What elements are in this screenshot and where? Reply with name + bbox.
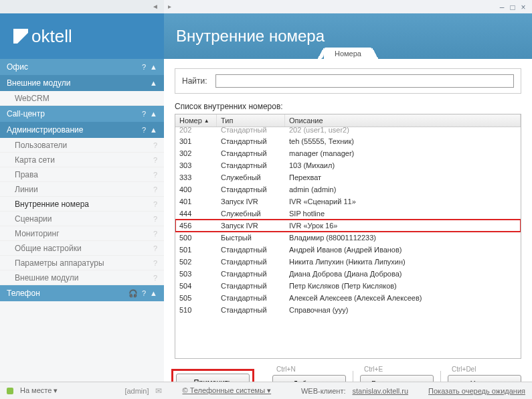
cell-number: 302: [175, 147, 217, 159]
web-client-link[interactable]: stanislav.oktell.ru: [352, 387, 408, 395]
nav-item[interactable]: Сценарии?: [0, 212, 164, 226]
window-maximize-icon[interactable]: □: [509, 4, 516, 11]
table-row[interactable]: 501СтандартныйАндрей Иванов (Андрей Иван…: [175, 244, 521, 256]
tab-numbers[interactable]: Номера: [324, 48, 372, 60]
cell-desc: Справочная (yyy): [285, 304, 521, 316]
sidebar: ◄ oktell Офис?▲Внешние модули▲WebCRMCall…: [0, 0, 164, 399]
cell-type: Быстрый: [217, 232, 285, 244]
cell-number: 444: [175, 208, 217, 220]
section-icon: ?: [142, 59, 146, 75]
col-type[interactable]: Тип: [217, 114, 285, 127]
mail-icon[interactable]: ✉: [155, 386, 162, 396]
table-row[interactable]: 500БыстрыйВладимир (88001112233): [175, 232, 521, 244]
nav-section[interactable]: Call-центр?▲: [0, 106, 164, 122]
cell-desc: admin (admin): [285, 183, 521, 195]
copyright-link[interactable]: © Телефонные системы ▾: [182, 386, 271, 395]
table-row[interactable]: 504СтандартныйПетр Кисляков (Петр Кисляк…: [175, 280, 521, 292]
nav-item[interactable]: Карта сети?: [0, 153, 164, 167]
search-input[interactable]: [215, 74, 514, 88]
section-icon: ▲: [150, 285, 157, 301]
cell-desc: Никита Липухин (Никита Липухин): [285, 256, 521, 268]
cell-type: Стандартный: [217, 159, 285, 171]
nav-item[interactable]: WebCRM: [0, 91, 164, 106]
search-row: Найти:: [175, 68, 521, 94]
navigation: Офис?▲Внешние модули▲WebCRMCall-центр?▲А…: [0, 59, 164, 399]
cell-number: 333: [175, 171, 217, 183]
col-number[interactable]: Номер ▲: [175, 114, 217, 127]
nav-item[interactable]: Линии?: [0, 182, 164, 197]
section-icon: ▲: [150, 106, 157, 122]
sidebar-collapse-icon[interactable]: ◄: [0, 0, 164, 13]
cell-type: Стандартный: [217, 244, 285, 256]
page-title: Внутренние номера: [176, 27, 325, 46]
show-queue-link[interactable]: Показать очередь ожидания: [428, 387, 525, 395]
cell-number: 500: [175, 232, 217, 244]
cell-type: Стандартный: [217, 127, 285, 135]
section-icon: 🎧: [128, 285, 138, 301]
table-row[interactable]: 400Стандартныйadmin (admin): [175, 183, 521, 195]
cell-number: 510: [175, 304, 217, 316]
window-close-icon[interactable]: ×: [520, 4, 527, 11]
add-hint: Ctrl+N: [272, 366, 346, 374]
section-icon: ?: [142, 122, 146, 138]
table-row[interactable]: 456Запуск IVRIVR «Урок 16»: [175, 220, 521, 232]
table-row[interactable]: 503СтандартныйДиана Доброва (Диана Добро…: [175, 268, 521, 280]
main-panel: ▸ Внутренние номера Номера Найти: Список…: [164, 0, 532, 399]
table-row[interactable]: 401Запуск IVRIVR «Сценарий 11»: [175, 195, 521, 208]
help-icon: ?: [153, 153, 157, 167]
cell-desc: 103 (Михаил): [285, 159, 521, 171]
cell-desc: Алексей Алексеев (Алексей Алексеев): [285, 292, 521, 304]
table-row[interactable]: 444СлужебныйSIP hotline: [175, 208, 521, 220]
nav-item[interactable]: Пользователи?: [0, 138, 164, 153]
nav-section[interactable]: Офис?▲: [0, 59, 164, 75]
logo-icon: [13, 29, 28, 44]
brand-text: oktell: [31, 26, 72, 47]
nav-section[interactable]: Телефон🎧?▲: [0, 285, 164, 301]
window-controls: – □ ×: [499, 4, 527, 11]
cell-number: 456: [175, 220, 217, 232]
cell-desc: Андрей Иванов (Андрей Иванов): [285, 244, 521, 256]
cell-type: Служебный: [217, 208, 285, 220]
nav-item[interactable]: Внутренние номера?: [0, 197, 164, 212]
table-row[interactable]: 333СлужебныйПерехват: [175, 171, 521, 183]
nav-item[interactable]: Параметры аппаратуры?: [0, 256, 164, 270]
table-row[interactable]: 302Стандартныйmanager (manager): [175, 147, 521, 159]
cell-type: Стандартный: [217, 256, 285, 268]
table-row[interactable]: 510СтандартныйСправочная (yyy): [175, 304, 521, 316]
cell-number: 303: [175, 159, 217, 171]
nav-section[interactable]: Администрирование?▲: [0, 122, 164, 138]
nav-section[interactable]: Внешние модули▲: [0, 75, 164, 91]
cell-type: Служебный: [217, 171, 285, 183]
col-desc[interactable]: Описание: [285, 114, 521, 127]
web-client-label: WEB-клиент:: [301, 387, 346, 395]
cell-desc: Перехват: [285, 171, 521, 183]
page-header: Внутренние номера Номера: [164, 13, 532, 59]
list-title: Список внутренних номеров:: [175, 102, 521, 111]
main-collapse-icon[interactable]: ▸: [164, 0, 532, 13]
help-icon: ?: [153, 212, 157, 226]
cell-number: 202: [175, 127, 217, 135]
search-label: Найти:: [182, 76, 207, 86]
nav-item[interactable]: Общие настройки?: [0, 241, 164, 256]
cell-type: Стандартный: [217, 268, 285, 280]
table-row[interactable]: 505СтандартныйАлексей Алексеев (Алексей …: [175, 292, 521, 304]
table-body: 202Стандартный202 (user1, user2)301Станд…: [175, 127, 521, 358]
cell-desc: Владимир (88001112233): [285, 232, 521, 244]
table-row[interactable]: 303Стандартный103 (Михаил): [175, 159, 521, 171]
help-icon: ?: [153, 256, 157, 270]
nav-item[interactable]: Мониторинг?: [0, 226, 164, 241]
nav-item[interactable]: Права?: [0, 167, 164, 182]
section-icon: ▲: [150, 122, 157, 138]
cell-type: Стандартный: [217, 135, 285, 147]
nav-item[interactable]: Внешние модули?: [0, 270, 164, 285]
cell-type: Запуск IVR: [217, 195, 285, 208]
cell-number: 503: [175, 268, 217, 280]
table-row[interactable]: 502СтандартныйНикита Липухин (Никита Лип…: [175, 256, 521, 268]
window-minimize-icon[interactable]: –: [499, 4, 505, 11]
cell-desc: teh (55555, Техник): [285, 135, 521, 147]
cell-number: 400: [175, 183, 217, 195]
table-row[interactable]: 301Стандартныйteh (55555, Техник): [175, 135, 521, 147]
cell-number: 502: [175, 256, 217, 268]
presence-selector[interactable]: На месте ▾: [20, 386, 58, 395]
table-row[interactable]: 202Стандартный202 (user1, user2): [175, 127, 521, 135]
